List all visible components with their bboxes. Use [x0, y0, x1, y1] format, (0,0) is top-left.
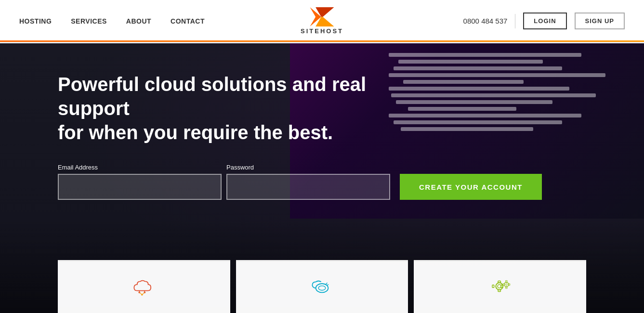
hero-headline: Powerful cloud solutions and real suppor… [58, 72, 395, 144]
svg-point-22 [505, 284, 507, 286]
accent-line [0, 40, 644, 42]
svg-line-13 [326, 283, 328, 285]
svg-line-14 [327, 285, 329, 286]
email-group: Email Address [58, 164, 222, 200]
password-group: Password [226, 164, 390, 200]
svg-point-21 [504, 282, 508, 287]
hero-section: Powerful cloud solutions and real suppor… [0, 43, 644, 313]
nav-actions: 0800 484 537 LOGIN SIGN UP [463, 13, 625, 29]
login-button[interactable]: LOGIN [523, 13, 566, 29]
nav-contact[interactable]: CONTACT [171, 17, 205, 25]
logo-icon [310, 7, 334, 26]
signup-form: Email Address Password CREATE YOUR ACCOU… [58, 164, 644, 200]
svg-rect-25 [503, 284, 504, 286]
tools-icon [309, 275, 335, 299]
hero-content: Powerful cloud solutions and real suppor… [0, 43, 644, 200]
svg-rect-18 [498, 290, 501, 292]
headline-line1: Powerful cloud solutions and real suppor… [58, 74, 366, 119]
email-input[interactable] [58, 174, 222, 200]
phone-number: 0800 484 537 [463, 17, 508, 25]
card-gear [414, 260, 586, 313]
site-logo[interactable]: SITEHOST [301, 7, 343, 35]
feature-cards [58, 260, 586, 313]
svg-line-9 [140, 292, 143, 295]
nav-links: HOSTING SERVICES ABOUT CONTACT [19, 17, 205, 25]
logo-text: SITEHOST [301, 27, 343, 35]
svg-point-16 [498, 285, 501, 288]
password-label: Password [226, 164, 390, 171]
svg-line-10 [142, 292, 145, 295]
card-tools [236, 260, 408, 313]
svg-rect-24 [505, 287, 507, 288]
headline-line2: for when you require the best. [58, 122, 333, 143]
svg-point-15 [496, 283, 503, 290]
card-cloud [58, 260, 230, 313]
nav-about[interactable]: ABOUT [126, 17, 151, 25]
svg-rect-26 [509, 284, 510, 286]
gear-icon [487, 275, 513, 299]
signup-button[interactable]: SIGN UP [575, 13, 625, 29]
svg-rect-20 [501, 285, 503, 288]
cloud-icon [131, 275, 157, 299]
svg-rect-17 [498, 281, 501, 283]
nav-divider [515, 14, 515, 28]
navbar: HOSTING SERVICES ABOUT CONTACT SITEHOST … [0, 0, 644, 43]
create-account-button[interactable]: CREATE YOUR ACCOUNT [400, 174, 542, 200]
svg-point-12 [318, 286, 326, 290]
email-label: Email Address [58, 164, 222, 171]
svg-point-11 [316, 284, 329, 292]
svg-rect-19 [492, 285, 494, 288]
password-input[interactable] [226, 174, 390, 200]
nav-hosting[interactable]: HOSTING [19, 17, 52, 25]
svg-rect-23 [505, 281, 507, 282]
nav-services[interactable]: SERVICES [71, 17, 107, 25]
